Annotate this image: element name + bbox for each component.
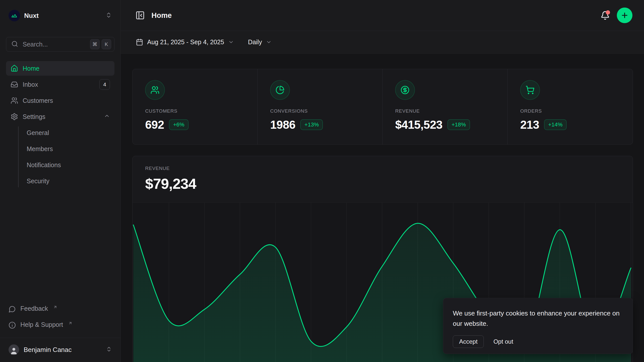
sidebar-nav: Home Inbox 4 Customers bbox=[6, 61, 114, 190]
user-name: Benjamin Canac bbox=[24, 346, 72, 354]
chevron-down-icon bbox=[266, 39, 272, 45]
subnav-item-label: Members bbox=[27, 145, 53, 153]
sidebar-item-label: Home bbox=[23, 65, 39, 72]
shopping-cart-icon bbox=[520, 80, 540, 100]
settings-subnav: General Members Notifications Security bbox=[6, 125, 114, 190]
revenue-chart-header: REVENUE $79,234 bbox=[133, 156, 633, 202]
stat-label: CUSTOMERS bbox=[145, 108, 245, 114]
opt-out-button[interactable]: Opt out bbox=[493, 338, 513, 345]
stat-card-orders[interactable]: ORDERS 213 +14% bbox=[508, 69, 633, 144]
pie-chart-icon bbox=[270, 80, 290, 100]
sidebar-item-label: Customers bbox=[23, 97, 53, 104]
panel-left-close-icon bbox=[135, 11, 145, 20]
cookie-message: We use first-party cookies to enhance yo… bbox=[453, 308, 623, 329]
sidebar-item-home[interactable]: Home bbox=[6, 61, 114, 76]
search-shortcut: ⌘ K bbox=[90, 39, 111, 49]
chevron-up-icon[interactable] bbox=[104, 113, 110, 120]
stat-value: 1986 bbox=[270, 118, 295, 131]
search-input[interactable]: Search... ⌘ K bbox=[6, 37, 114, 52]
filters-toolbar: Aug 21, 2025 - Sep 4, 2025 Daily bbox=[121, 31, 644, 54]
divider bbox=[0, 338, 120, 338]
sidebar-item-label: Settings bbox=[23, 113, 45, 120]
revenue-chart-total: $79,234 bbox=[145, 175, 620, 192]
home-icon bbox=[11, 65, 18, 72]
stat-value: 213 bbox=[520, 118, 539, 131]
app-window: Nuxt Search... ⌘ K bbox=[0, 0, 644, 362]
plus-icon bbox=[621, 11, 629, 19]
feedback-label: Feedback bbox=[20, 305, 48, 312]
page-header: Home bbox=[121, 0, 644, 31]
add-button[interactable] bbox=[617, 8, 632, 23]
sidebar-item-customers[interactable]: Customers bbox=[6, 93, 114, 108]
chevrons-up-down-icon bbox=[105, 12, 112, 19]
avatar bbox=[9, 344, 19, 355]
page-title: Home bbox=[151, 11, 172, 20]
notification-dot bbox=[606, 10, 610, 15]
stat-change-badge: +13% bbox=[300, 119, 323, 130]
notifications-button[interactable] bbox=[600, 11, 610, 20]
nuxt-logo-icon bbox=[9, 10, 20, 21]
revenue-chart-label: REVENUE bbox=[145, 166, 620, 171]
accept-button[interactable]: Accept bbox=[453, 335, 484, 348]
sidebar: Nuxt Search... ⌘ K bbox=[0, 0, 121, 362]
kbd-k: K bbox=[102, 39, 111, 49]
chevrons-up-down-icon bbox=[106, 346, 112, 353]
feedback-link[interactable]: Feedback bbox=[6, 302, 114, 316]
stat-value: 692 bbox=[145, 118, 164, 131]
date-range-picker[interactable]: Aug 21, 2025 - Sep 4, 2025 bbox=[136, 38, 234, 46]
inbox-count-badge: 4 bbox=[99, 79, 110, 90]
subnav-item-label: Notifications bbox=[27, 161, 61, 169]
user-menu-button[interactable]: Benjamin Canac bbox=[6, 341, 114, 358]
subnav-item-label: General bbox=[27, 129, 49, 137]
users-icon bbox=[145, 80, 165, 100]
external-link-icon bbox=[68, 320, 72, 327]
collapse-sidebar-button[interactable] bbox=[135, 11, 145, 20]
stat-change-badge: +18% bbox=[448, 119, 470, 130]
cookie-actions: Accept Opt out bbox=[453, 335, 623, 348]
stat-label: ORDERS bbox=[520, 108, 620, 114]
interval-label: Daily bbox=[248, 38, 262, 46]
stat-card-revenue[interactable]: REVENUE $415,523 +18% bbox=[383, 69, 508, 144]
stat-value: $415,523 bbox=[395, 118, 442, 131]
stat-change-badge: +6% bbox=[169, 119, 188, 130]
info-circle-icon bbox=[9, 322, 16, 329]
users-icon bbox=[11, 97, 18, 104]
stat-change-badge: +14% bbox=[544, 119, 567, 130]
sidebar-item-inbox[interactable]: Inbox 4 bbox=[6, 77, 114, 92]
date-range-label: Aug 21, 2025 - Sep 4, 2025 bbox=[147, 38, 224, 46]
stat-card-customers[interactable]: CUSTOMERS 692 +6% bbox=[133, 69, 258, 144]
gear-icon bbox=[11, 113, 18, 120]
calendar-icon bbox=[136, 38, 143, 46]
sidebar-item-security[interactable]: Security bbox=[27, 174, 114, 188]
sidebar-item-members[interactable]: Members bbox=[27, 142, 114, 156]
sidebar-footer: Feedback Help & Support bbox=[6, 302, 114, 358]
sidebar-item-notifications[interactable]: Notifications bbox=[27, 158, 114, 172]
search-placeholder: Search... bbox=[23, 41, 86, 48]
help-support-label: Help & Support bbox=[20, 321, 63, 328]
interval-select[interactable]: Daily bbox=[248, 38, 272, 46]
sidebar-item-settings[interactable]: Settings bbox=[6, 109, 114, 124]
brand-name: Nuxt bbox=[24, 12, 39, 20]
cookie-banner: We use first-party cookies to enhance yo… bbox=[443, 298, 633, 354]
sidebar-item-general[interactable]: General bbox=[27, 125, 114, 140]
stats-row: CUSTOMERS 692 +6% CONVERSIONS 1986 bbox=[132, 69, 633, 145]
stat-card-conversions[interactable]: CONVERSIONS 1986 +13% bbox=[258, 69, 383, 144]
sidebar-item-label: Inbox bbox=[23, 81, 38, 88]
subnav-item-label: Security bbox=[27, 177, 49, 185]
stat-label: REVENUE bbox=[395, 108, 495, 114]
inbox-icon bbox=[11, 81, 18, 88]
help-support-link[interactable]: Help & Support bbox=[6, 318, 114, 333]
workspace-switcher[interactable]: Nuxt bbox=[6, 8, 114, 24]
message-circle-icon bbox=[9, 305, 16, 313]
header-actions bbox=[600, 8, 632, 23]
external-link-icon bbox=[53, 303, 57, 311]
dollar-circle-icon bbox=[395, 80, 415, 100]
kbd-command: ⌘ bbox=[90, 39, 100, 49]
person-icon bbox=[10, 346, 18, 355]
main-panel: Home bbox=[121, 0, 644, 362]
stat-label: CONVERSIONS bbox=[270, 108, 370, 114]
chevron-down-icon bbox=[228, 39, 234, 45]
search-icon bbox=[11, 40, 18, 48]
